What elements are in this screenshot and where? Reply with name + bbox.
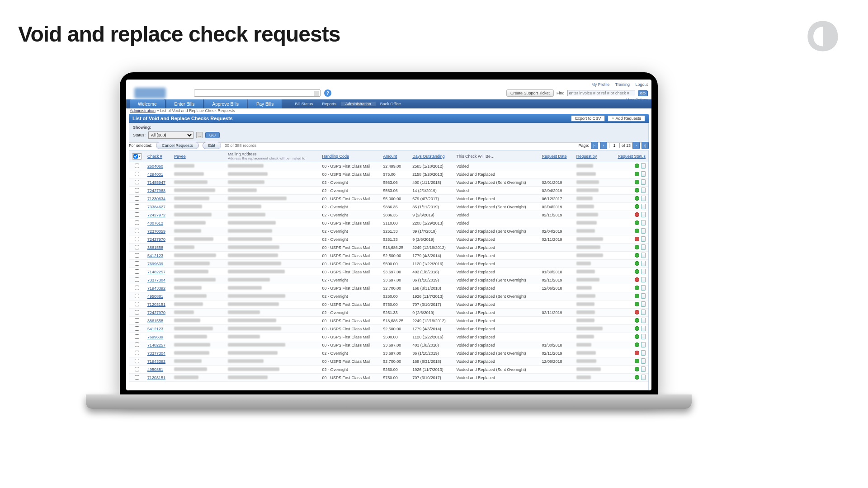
document-icon[interactable]	[641, 334, 646, 339]
cancel-requests-button[interactable]: Cancel Requests	[156, 142, 199, 149]
row-checkbox[interactable]	[135, 375, 139, 380]
document-icon[interactable]	[641, 318, 646, 323]
check-number-link[interactable]: 72427968	[147, 188, 165, 193]
tab-approve-bills[interactable]: Approve Bills	[204, 99, 247, 108]
row-checkbox[interactable]	[135, 351, 139, 355]
col-select[interactable]	[129, 150, 145, 162]
document-icon[interactable]	[641, 350, 646, 356]
tab-welcome[interactable]: Welcome	[130, 99, 165, 108]
document-icon[interactable]	[641, 171, 646, 177]
document-icon[interactable]	[641, 358, 646, 364]
row-checkbox[interactable]	[135, 188, 139, 192]
check-number-link[interactable]: 4007612	[147, 221, 163, 225]
edit-button[interactable]: Edit	[203, 142, 222, 149]
document-icon[interactable]	[641, 196, 646, 201]
check-number-link[interactable]: 5412123	[147, 327, 163, 331]
row-checkbox[interactable]	[135, 367, 139, 371]
add-requests-button[interactable]: +Add Requests	[608, 115, 645, 122]
document-icon[interactable]	[641, 236, 646, 242]
check-number-link[interactable]: 4294001	[147, 172, 163, 177]
check-number-link[interactable]: 7699639	[147, 335, 163, 339]
col-payee[interactable]: Payee	[171, 150, 225, 162]
pager-first-icon[interactable]: |‹	[591, 142, 598, 149]
logout-link[interactable]: Logout	[635, 82, 648, 87]
pager-current-input[interactable]	[609, 143, 620, 148]
document-icon[interactable]	[641, 326, 646, 331]
document-icon[interactable]	[641, 342, 646, 347]
check-number-link[interactable]: 4950881	[147, 367, 163, 372]
row-checkbox[interactable]	[135, 286, 139, 290]
check-number-link[interactable]: 73377304	[147, 351, 165, 356]
document-icon[interactable]	[641, 220, 646, 225]
row-checkbox[interactable]	[135, 237, 139, 241]
row-checkbox[interactable]	[135, 302, 139, 306]
document-icon[interactable]	[641, 310, 646, 315]
row-checkbox[interactable]	[135, 245, 139, 249]
check-number-link[interactable]: 71230634	[147, 197, 165, 201]
row-checkbox[interactable]	[135, 172, 139, 176]
col-days[interactable]: Days Outstanding	[410, 150, 453, 162]
document-icon[interactable]	[641, 277, 646, 282]
document-icon[interactable]	[641, 188, 646, 193]
tab-pay-bills[interactable]: Pay Bills	[248, 99, 282, 108]
status-select[interactable]: All (388)	[148, 131, 193, 139]
col-request-by[interactable]: Request by	[574, 150, 610, 162]
subnav-bill-status[interactable]: Bill Status	[290, 102, 317, 106]
check-number-link[interactable]: 3861558	[147, 245, 163, 250]
check-number-link[interactable]: 71482257	[147, 270, 165, 274]
check-number-link[interactable]: 2604060	[147, 164, 163, 169]
row-checkbox[interactable]	[135, 310, 139, 314]
row-checkbox[interactable]	[135, 318, 139, 323]
filter-go-button[interactable]: GO	[205, 132, 220, 138]
row-checkbox[interactable]	[135, 334, 139, 339]
document-icon[interactable]	[641, 204, 646, 209]
document-icon[interactable]	[641, 285, 646, 291]
row-checkbox[interactable]	[135, 204, 139, 209]
check-number-link[interactable]: 3861558	[147, 319, 163, 323]
row-checkbox[interactable]	[135, 269, 139, 274]
document-icon[interactable]	[641, 261, 646, 266]
subnav-back-office[interactable]: Back Office	[376, 102, 406, 106]
find-input[interactable]	[567, 90, 635, 96]
check-number-link[interactable]: 73384627	[147, 205, 165, 209]
create-support-ticket-button[interactable]: Create Support Ticket	[506, 89, 554, 97]
pager-last-icon[interactable]: ›|	[642, 142, 649, 149]
pager-prev-icon[interactable]: ‹	[600, 142, 607, 149]
tab-enter-bills[interactable]: Enter Bills	[166, 99, 203, 108]
row-checkbox[interactable]	[135, 294, 139, 298]
row-checkbox[interactable]	[135, 253, 139, 258]
global-search-input[interactable]	[194, 89, 321, 97]
row-checkbox[interactable]	[135, 343, 139, 347]
my-profile-link[interactable]: My Profile	[591, 82, 609, 87]
document-icon[interactable]	[641, 244, 646, 250]
row-checkbox[interactable]	[135, 359, 139, 363]
col-amount[interactable]: Amount	[380, 150, 410, 162]
help-icon[interactable]: ?	[324, 89, 331, 97]
document-icon[interactable]	[641, 212, 646, 217]
check-number-link[interactable]: 72427972	[147, 213, 165, 217]
row-checkbox[interactable]	[135, 180, 139, 184]
row-checkbox[interactable]	[135, 229, 139, 233]
check-number-link[interactable]: 4950881	[147, 294, 163, 299]
find-go-button[interactable]: GO	[638, 90, 648, 96]
row-checkbox[interactable]	[135, 261, 139, 266]
export-csv-button[interactable]: Export to CSV	[571, 115, 605, 122]
check-number-link[interactable]: 72370059	[147, 229, 165, 234]
document-icon[interactable]	[641, 228, 646, 234]
pager-next-icon[interactable]: ›	[632, 142, 640, 149]
row-checkbox[interactable]	[135, 164, 139, 168]
document-icon[interactable]	[641, 293, 646, 299]
check-number-link[interactable]: 71485947	[147, 180, 165, 185]
row-checkbox[interactable]	[135, 221, 139, 225]
breadcrumb-admin-link[interactable]: Administration	[130, 108, 156, 113]
check-number-link[interactable]: 71943392	[147, 286, 165, 291]
document-icon[interactable]	[641, 179, 646, 185]
check-number-link[interactable]: 71943392	[147, 359, 165, 364]
subnav-reports[interactable]: Reports	[317, 102, 341, 106]
document-icon[interactable]	[641, 163, 646, 169]
status-dropdown-icon[interactable]: …	[196, 132, 203, 138]
col-status[interactable]: Request Status	[610, 150, 648, 162]
check-number-link[interactable]: 71203151	[147, 375, 165, 380]
training-link[interactable]: Training	[615, 82, 630, 87]
check-number-link[interactable]: 71203151	[147, 302, 165, 307]
